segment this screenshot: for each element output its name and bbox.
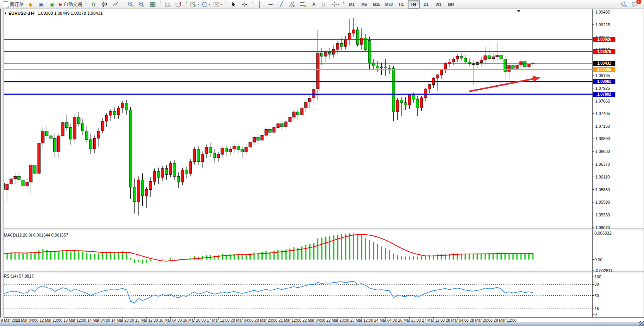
notification-badge: 1	[636, 0, 642, 5]
timeframes-group: M1 M5 M15 M30 H1 H4 D1 W1 MN	[345, 0, 458, 9]
rsi-tick-label: 50	[594, 293, 599, 298]
price-tick-label: 1.05070	[595, 225, 610, 230]
candlestick-chart-button[interactable]	[99, 0, 109, 9]
notifications-button[interactable]: 1	[630, 0, 640, 9]
crosshair-icon	[241, 2, 247, 7]
price-tick-label: 1.09485	[595, 10, 610, 14]
autotrading-label: 自动交易	[63, 1, 82, 8]
timeframe-d1[interactable]: D1	[420, 0, 432, 9]
periods-button[interactable]: ▾	[201, 0, 211, 9]
fibonacci-button[interactable]: F	[298, 0, 308, 9]
timeframe-m15[interactable]: M15	[371, 0, 383, 9]
zoom-in-button[interactable]	[126, 0, 136, 9]
price-tick-label: 1.08185	[595, 73, 610, 78]
metaeditor-icon: ◆	[29, 1, 33, 7]
price-tick-label: 1.09225	[595, 22, 610, 27]
bar-chart-button[interactable]	[89, 0, 99, 9]
price-line-badge: 1.08926	[593, 37, 615, 42]
toolbar-grip	[225, 1, 226, 7]
date-tick-label: 14 Mar 04:00	[87, 318, 110, 323]
date-tick-label: 17 Mar 12:00	[207, 318, 230, 323]
metaeditor-button[interactable]: ◆	[26, 0, 36, 9]
timeframe-h1[interactable]: H1	[396, 0, 407, 9]
add-indicator-button[interactable]: ▾	[189, 0, 200, 9]
chart-shift-marker	[517, 10, 521, 12]
rsi-tick-label: 100	[594, 275, 601, 279]
navigator-button[interactable]: ◉	[47, 0, 57, 9]
data-window-button[interactable]: ▣	[36, 0, 46, 9]
auto-scroll-button[interactable]	[163, 0, 173, 9]
toolbar-grip	[160, 1, 161, 7]
toolbar-grip	[252, 1, 253, 7]
timeframe-m30[interactable]: M30	[383, 0, 395, 9]
date-tick-label: 10 Mar 04:00	[15, 318, 38, 323]
toolbar-grip	[85, 1, 86, 7]
auto-scroll-icon	[165, 2, 171, 7]
resize-grip[interactable]	[639, 321, 644, 326]
rsi-label: RSI(14) 57.8817	[4, 274, 34, 278]
date-tick-label: 12 Mar 23:00	[39, 318, 62, 323]
text-icon: A	[313, 2, 316, 7]
templates-button[interactable]: ▾	[212, 0, 223, 9]
rsi-line	[3, 281, 533, 303]
horizontal-line-button[interactable]: ─	[266, 0, 276, 9]
date-tick-label: 16 Mar 04:00	[159, 318, 182, 323]
cursor-icon	[231, 2, 236, 7]
price-tick-label: 1.05330	[595, 213, 610, 217]
date-tick-label: 26 Mar 23:00	[398, 318, 421, 323]
zoom-out-button[interactable]	[137, 0, 147, 9]
status-bar	[0, 323, 644, 326]
chart-left-frame	[0, 9, 4, 317]
date-tick-label: 20 Mar 04:00	[231, 318, 254, 323]
scroll-group	[161, 0, 185, 9]
timeframe-m5[interactable]: M5	[359, 0, 370, 9]
new-order-icon: +	[3, 1, 8, 7]
new-order-button[interactable]: + 新订单	[2, 0, 25, 9]
tile-windows-button[interactable]	[147, 0, 157, 9]
crosshair-button[interactable]	[239, 0, 249, 9]
vertical-line-button[interactable]: │	[255, 0, 265, 9]
rsi-tick-label: 15	[594, 306, 599, 311]
chart-mode-group	[87, 0, 122, 9]
chevron-down-icon: ▾	[208, 3, 210, 6]
chevron-down-icon: ▾	[220, 3, 222, 6]
arrows-button[interactable]: ▾	[331, 0, 341, 9]
rsi-tick-label: 0	[594, 312, 597, 317]
text-label-icon: T	[322, 2, 327, 7]
date-tick-label: 22 Mar 04:00	[302, 318, 325, 323]
data-window-icon: ▣	[39, 2, 44, 7]
price-tick-label: 1.07150	[595, 124, 610, 129]
price-tick-label: 1.06890	[595, 136, 610, 141]
timeframe-w1[interactable]: W1	[433, 0, 444, 9]
trend-line-icon: ╱	[280, 1, 283, 7]
autotrading-button[interactable]: ▶ 自动交易	[58, 0, 83, 9]
zoom-in-icon	[128, 1, 134, 7]
ohlc-open: 1.08388	[38, 11, 53, 15]
timeframe-m1[interactable]: M1	[346, 0, 358, 9]
price-tick-label: 1.05850	[595, 187, 610, 192]
chart-shift-button[interactable]	[174, 0, 184, 9]
macd-tick-label: 0.006032	[594, 231, 612, 235]
symbol-period-label: EURUSD-,H4	[9, 11, 34, 15]
search-icon	[621, 1, 627, 7]
text-label-button[interactable]: T	[320, 0, 330, 9]
one-click-expander-icon[interactable]: ▼	[4, 12, 7, 15]
cursor-group	[227, 0, 251, 9]
date-tick-label: 16 Mar 20:00	[183, 318, 206, 323]
chart-title: ▼EURUSD-,H41.08388 1.08449 1.08378 1.084…	[4, 11, 102, 15]
date-tick-label: 27 Mar 12:00	[422, 318, 445, 323]
macd-histogram	[3, 233, 533, 263]
timeframe-mn[interactable]: MN	[445, 0, 457, 9]
price-tick-label: 1.06630	[595, 149, 610, 154]
search-button[interactable]	[619, 0, 629, 9]
timeframe-h4[interactable]: H4	[408, 0, 420, 9]
autotrading-icon: ▶	[59, 2, 62, 7]
line-chart-icon	[113, 2, 118, 7]
line-chart-button[interactable]	[110, 0, 120, 9]
price-line-badge: 1.07802	[593, 92, 615, 97]
text-button[interactable]: A	[309, 0, 319, 9]
trend-line-button[interactable]: ╱	[277, 0, 287, 9]
cursor-button[interactable]	[229, 0, 239, 9]
equidistant-channel-button[interactable]: ╱╱E	[287, 0, 297, 9]
zoom-out-icon	[138, 1, 145, 7]
